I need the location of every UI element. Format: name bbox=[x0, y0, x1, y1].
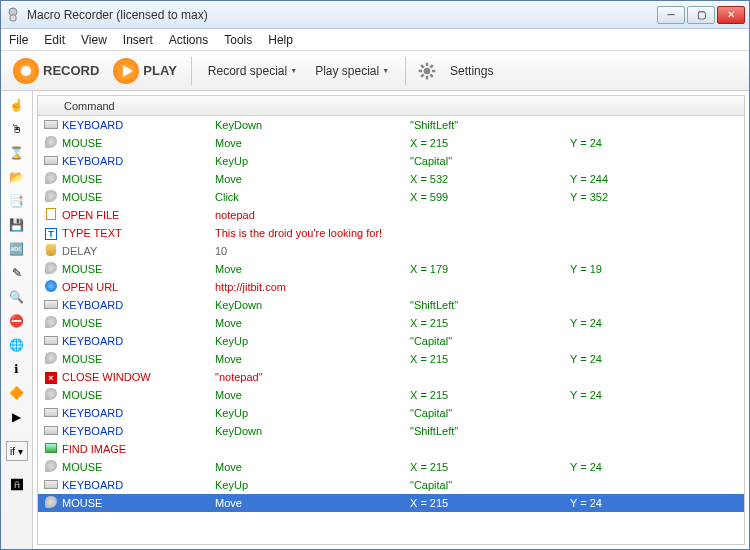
param1-cell: notepad bbox=[215, 209, 410, 221]
table-row[interactable]: MOUSEMoveX = 215Y = 24 bbox=[38, 386, 744, 404]
record-button[interactable]: RECORD bbox=[9, 56, 103, 86]
d-icon bbox=[46, 244, 56, 256]
record-special-dropdown[interactable]: Record special▼ bbox=[202, 61, 303, 81]
param1-cell: Move bbox=[215, 173, 410, 185]
sidebar-info-button[interactable]: ℹ bbox=[7, 359, 27, 379]
sidebar-if-button[interactable]: if ▾ bbox=[6, 441, 28, 461]
cmd-cell: MOUSE bbox=[60, 353, 215, 365]
table-row[interactable]: OPEN URLhttp://jitbit.com bbox=[38, 278, 744, 296]
sidebar-save-button[interactable]: 💾 bbox=[7, 215, 27, 235]
table-row[interactable]: TTYPE TEXTThis is the droid you're looki… bbox=[38, 224, 744, 242]
sidebar-pencil-button[interactable]: ✎ bbox=[7, 263, 27, 283]
param1-cell: Move bbox=[215, 263, 410, 275]
table-row[interactable]: KEYBOARDKeyUp"Capital" bbox=[38, 476, 744, 494]
sidebar-a-button[interactable]: 🅰 bbox=[7, 475, 27, 495]
sidebar-copy-button[interactable]: 📑 bbox=[7, 191, 27, 211]
table-row[interactable]: DELAY10 bbox=[38, 242, 744, 260]
cmd-cell: MOUSE bbox=[60, 389, 215, 401]
table-row[interactable]: MOUSEMoveX = 215Y = 24 bbox=[38, 314, 744, 332]
sidebar-stop-button[interactable]: ⛔ bbox=[7, 311, 27, 331]
table-row[interactable]: FIND IMAGE bbox=[38, 440, 744, 458]
table-row[interactable]: OPEN FILEnotepad bbox=[38, 206, 744, 224]
table-row[interactable]: KEYBOARDKeyUp"Capital" bbox=[38, 404, 744, 422]
param2-cell: X = 599 bbox=[410, 191, 570, 203]
param1-cell: 10 bbox=[215, 245, 410, 257]
column-header[interactable]: Command bbox=[38, 96, 744, 116]
menu-file[interactable]: File bbox=[9, 33, 28, 47]
cmd-cell: MOUSE bbox=[60, 191, 215, 203]
x-icon: × bbox=[45, 372, 57, 384]
param1-cell: Move bbox=[215, 389, 410, 401]
cmd-cell: MOUSE bbox=[60, 173, 215, 185]
param1-cell: "notepad" bbox=[215, 371, 410, 383]
param2-cell: X = 215 bbox=[410, 137, 570, 149]
sidebar-text-button[interactable]: 🔤 bbox=[7, 239, 27, 259]
param3-cell: Y = 24 bbox=[570, 353, 744, 365]
toolbar: RECORD PLAY Record special▼ Play special… bbox=[1, 51, 749, 91]
table-row[interactable]: MOUSEMoveX = 532Y = 244 bbox=[38, 170, 744, 188]
table-row[interactable]: MOUSEMoveX = 215Y = 24 bbox=[38, 458, 744, 476]
param1-cell: Move bbox=[215, 497, 410, 509]
cmd-cell: MOUSE bbox=[60, 137, 215, 149]
close-button[interactable]: ✕ bbox=[717, 6, 745, 24]
m-icon bbox=[45, 172, 57, 184]
menu-insert[interactable]: Insert bbox=[123, 33, 153, 47]
maximize-button[interactable]: ▢ bbox=[687, 6, 715, 24]
table-row[interactable]: KEYBOARDKeyUp"Capital" bbox=[38, 152, 744, 170]
param2-cell: X = 215 bbox=[410, 353, 570, 365]
table-row[interactable]: MOUSEMoveX = 215Y = 24 bbox=[38, 134, 744, 152]
cmd-cell: KEYBOARD bbox=[60, 335, 215, 347]
menu-help[interactable]: Help bbox=[268, 33, 293, 47]
k-icon bbox=[44, 426, 58, 435]
table-row[interactable]: MOUSEMoveX = 215Y = 24 bbox=[38, 494, 744, 512]
sidebar: ☝🖱⌛📂📑💾🔤✎🔍⛔🌐ℹ🔶▶if ▾🅰 bbox=[1, 91, 33, 549]
menu-edit[interactable]: Edit bbox=[44, 33, 65, 47]
play-special-dropdown[interactable]: Play special▼ bbox=[309, 61, 395, 81]
param2-cell: "Capital" bbox=[410, 479, 570, 491]
param1-cell: Move bbox=[215, 137, 410, 149]
sidebar-magnifier-button[interactable]: 🔍 bbox=[7, 287, 27, 307]
param3-cell: Y = 24 bbox=[570, 461, 744, 473]
sidebar-hourglass-button[interactable]: ⌛ bbox=[7, 143, 27, 163]
sidebar-run-button[interactable]: ▶ bbox=[7, 407, 27, 427]
menu-tools[interactable]: Tools bbox=[224, 33, 252, 47]
param1-cell: KeyUp bbox=[215, 407, 410, 419]
cmd-cell: MOUSE bbox=[60, 461, 215, 473]
param2-cell: "Capital" bbox=[410, 335, 570, 347]
minimize-button[interactable]: ─ bbox=[657, 6, 685, 24]
sidebar-app-button[interactable]: 🔶 bbox=[7, 383, 27, 403]
table-row[interactable]: KEYBOARDKeyUp"Capital" bbox=[38, 332, 744, 350]
cmd-cell: KEYBOARD bbox=[60, 119, 215, 131]
table-row[interactable]: MOUSEClickX = 599Y = 352 bbox=[38, 188, 744, 206]
menu-actions[interactable]: Actions bbox=[169, 33, 208, 47]
app-window: Macro Recorder (licensed to max) ─ ▢ ✕ F… bbox=[0, 0, 750, 550]
m-icon bbox=[45, 352, 57, 364]
body: ☝🖱⌛📂📑💾🔤✎🔍⛔🌐ℹ🔶▶if ▾🅰 Command KEYBOARDKeyD… bbox=[1, 91, 749, 549]
param1-cell: Move bbox=[215, 461, 410, 473]
sidebar-open-button[interactable]: 📂 bbox=[7, 167, 27, 187]
cmd-cell: KEYBOARD bbox=[60, 479, 215, 491]
param2-cell: "ShiftLeft" bbox=[410, 425, 570, 437]
url-icon bbox=[45, 280, 57, 292]
m-icon bbox=[45, 136, 57, 148]
table-row[interactable]: KEYBOARDKeyDown"ShiftLeft" bbox=[38, 116, 744, 134]
rows-container[interactable]: KEYBOARDKeyDown"ShiftLeft"MOUSEMoveX = 2… bbox=[38, 116, 744, 544]
sidebar-globe-button[interactable]: 🌐 bbox=[7, 335, 27, 355]
settings-button[interactable]: Settings bbox=[444, 61, 499, 81]
sidebar-hand-button[interactable]: ☝ bbox=[7, 95, 27, 115]
param1-cell: KeyDown bbox=[215, 299, 410, 311]
titlebar[interactable]: Macro Recorder (licensed to max) ─ ▢ ✕ bbox=[1, 1, 749, 29]
cmd-cell: OPEN FILE bbox=[60, 209, 215, 221]
table-row[interactable]: ×CLOSE WINDOW"notepad" bbox=[38, 368, 744, 386]
sidebar-mouse-button[interactable]: 🖱 bbox=[7, 119, 27, 139]
toolbar-separator bbox=[405, 57, 406, 85]
table-row[interactable]: MOUSEMoveX = 179Y = 19 bbox=[38, 260, 744, 278]
settings-icon[interactable] bbox=[416, 60, 438, 82]
svg-line-10 bbox=[430, 65, 433, 68]
table-row[interactable]: MOUSEMoveX = 215Y = 24 bbox=[38, 350, 744, 368]
table-row[interactable]: KEYBOARDKeyDown"ShiftLeft" bbox=[38, 422, 744, 440]
play-button[interactable]: PLAY bbox=[109, 56, 180, 86]
param1-cell: KeyUp bbox=[215, 335, 410, 347]
table-row[interactable]: KEYBOARDKeyDown"ShiftLeft" bbox=[38, 296, 744, 314]
menu-view[interactable]: View bbox=[81, 33, 107, 47]
